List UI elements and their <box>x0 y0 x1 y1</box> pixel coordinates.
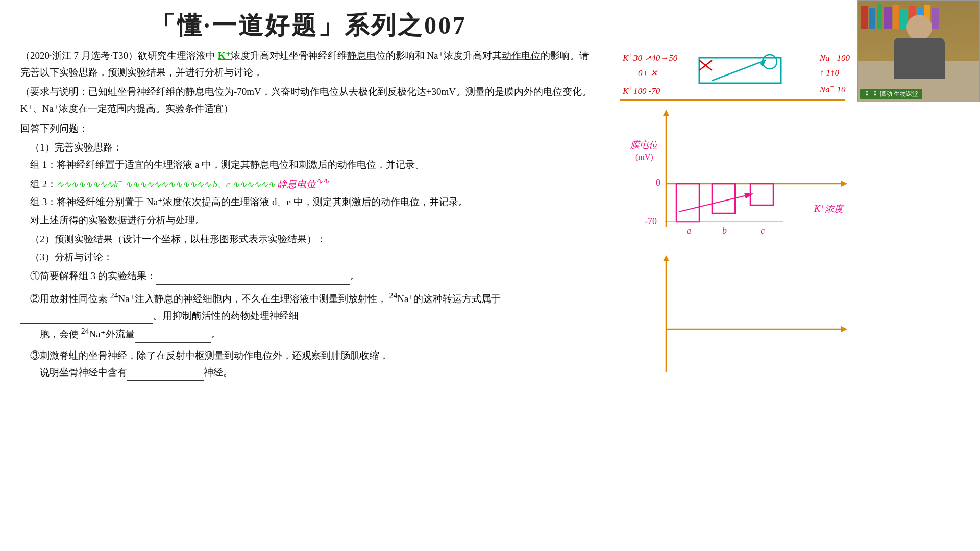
svg-text:-70: -70 <box>645 216 657 227</box>
q3-label: （3）分析与讨论： <box>20 248 597 265</box>
video-label: 🎙 懂动·生物课堂 <box>872 90 918 98</box>
q3-1-text: ①简要解释组 3 的实验结果：。 <box>20 267 597 284</box>
svg-rect-19 <box>712 184 735 213</box>
group2-text: 组 2：∿∿∿∿∿∿∿∿k+ ∿∿∿∿∿∿∿∿∿∿∿∿ b、c ∿∿∿∿∿∿ 静… <box>20 174 597 193</box>
video-overlay: 🎙 🎙 懂动·生物课堂 <box>860 89 922 99</box>
svg-text:a: a <box>687 226 691 236</box>
k-annotations: K+30 ↗40→50 0+ ✕ K+100 -70— <box>623 48 677 99</box>
svg-marker-27 <box>841 326 847 332</box>
svg-text:(mV): (mV) <box>635 153 653 162</box>
na-annotations: Na+ 100 ↑ 1↑0 Na+ 10 <box>820 48 850 97</box>
group1-text: 组 1：将神经纤维置于适宜的生理溶液 a 中，测定其静息电位和刺激后的动作电位，… <box>20 156 597 173</box>
svg-text:b: b <box>722 226 727 236</box>
svg-marker-7 <box>663 110 669 116</box>
page-title: 「懂·一道好题」系列之007 <box>15 0 602 47</box>
question-body: （2020·浙江 7 月选考·T30）欲研究生理溶液中 K⁺浓度升高对蛙坐骨神经… <box>15 47 602 381</box>
svg-text:K+浓度: K+浓度 <box>814 203 845 214</box>
group3-text: 组 3：将神经纤维分别置于 Na⁺浓度依次提高的生理溶液 d、e 中，测定其刺激… <box>20 193 597 210</box>
separator-line-1 <box>620 99 845 101</box>
q3-2-cont: 胞，会使 24Na⁺外流量。 <box>20 324 597 343</box>
graph1-container: 膜电位 (mV) K+浓度 0 -70 a b c <box>620 105 857 240</box>
q3-3-cont: 说明坐骨神经中含有神经。 <box>20 364 597 381</box>
svg-text:0: 0 <box>656 178 660 188</box>
ap-diagram-container <box>684 53 796 86</box>
q3-3-text: ③刺激脊蛙的坐骨神经，除了在反射中枢测量到动作电位外，还观察到腓肠肌收缩， <box>20 347 597 364</box>
ap-diagram-svg <box>684 53 796 86</box>
svg-marker-9 <box>841 181 847 187</box>
svg-rect-18 <box>676 184 699 222</box>
video-feed: 🎙 🎙 懂动·生物课堂 <box>857 0 980 102</box>
graph2-svg <box>620 250 857 385</box>
svg-text:c: c <box>761 226 765 236</box>
sub-title-text: 回答下列问题： <box>20 120 597 137</box>
main-content: 「懂·一道好题」系列之007 （2020·浙江 7 月选考·T30）欲研究生理溶… <box>0 0 618 551</box>
k-line1: K+30 ↗40→50 <box>623 48 677 66</box>
analysis-text: 对上述所得的实验数据进行分析与处理。 <box>20 212 597 229</box>
right-panel: 🎙 🎙 懂动·生物课堂 K+30 ↗40→50 0+ ✕ K+100 -70— … <box>618 0 980 551</box>
svg-text:膜电位: 膜电位 <box>630 140 658 150</box>
q1-label: （1）完善实验思路： <box>20 139 597 156</box>
svg-line-22 <box>679 194 753 212</box>
k-line3: K+100 -70— <box>623 82 677 99</box>
question-header: （2020·浙江 7 月选考·T30）欲研究生理溶液中 K⁺浓度升高对蛙坐骨神经… <box>20 47 597 81</box>
graph2-container <box>620 250 857 385</box>
mic-icon: 🎙 <box>864 90 870 98</box>
note-text: （要求与说明：已知蛙坐骨神经纤维的静息电位为-70mV，兴奋时动作电位从去极化到… <box>20 83 597 117</box>
q3-2-text: ②用放射性同位素 24Na⁺注入静息的神经细胞内，不久在生理溶液中测量到放射性，… <box>20 289 597 324</box>
k-line2: 0+ ✕ <box>638 66 677 82</box>
graph1-svg: 膜电位 (mV) K+浓度 0 -70 a b c <box>620 105 857 240</box>
na-line2: ↑ 1↑0 <box>820 66 850 81</box>
svg-line-1 <box>712 60 766 81</box>
na-line3: Na+ 10 <box>820 80 850 97</box>
svg-rect-20 <box>750 184 773 205</box>
q2-label: （2）预测实验结果（设计一个坐标，以柱形图形式表示实验结果）： <box>20 231 597 247</box>
na-line1: Na+ 100 <box>820 48 850 66</box>
svg-marker-25 <box>663 255 669 261</box>
